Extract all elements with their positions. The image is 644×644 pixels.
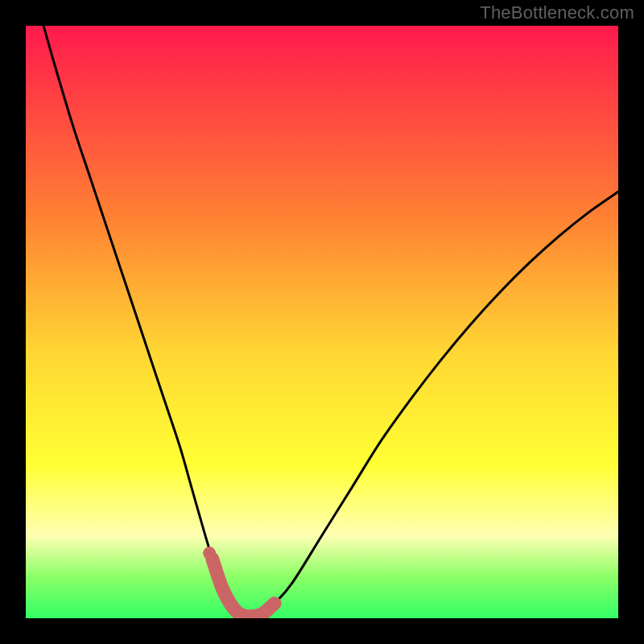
watermark-text: TheBottleneck.com [480,2,634,23]
gradient-background [26,26,618,618]
optimal-point-dot [203,547,216,559]
chart-frame: TheBottleneck.com [0,0,644,644]
bottleneck-chart [26,26,618,618]
